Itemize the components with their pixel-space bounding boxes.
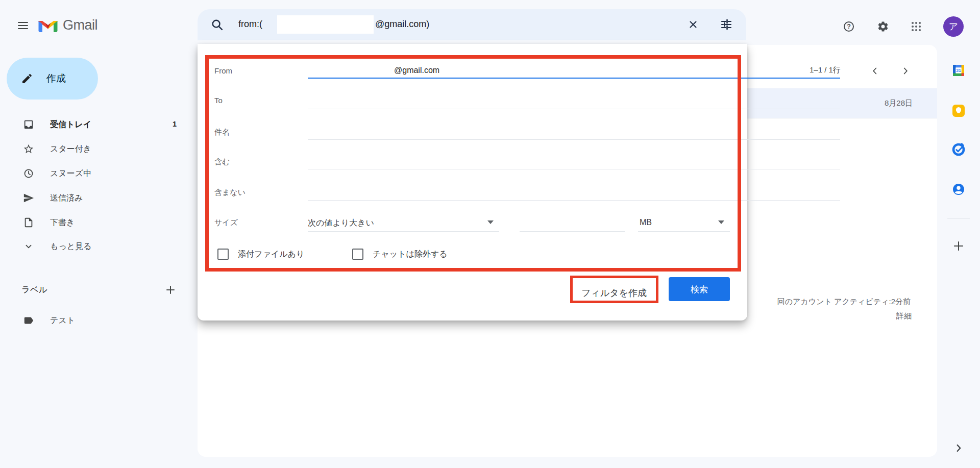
pagination-counter: 1–1 / 1行: [810, 65, 841, 75]
email-date: 8月28日: [885, 98, 913, 108]
clock-icon: [23, 168, 34, 179]
show-side-panel-button[interactable]: [952, 442, 965, 454]
filter-excludes-label: 含まない: [214, 188, 246, 198]
gmail-logo[interactable]: Gmail: [38, 17, 97, 33]
compose-button[interactable]: 作成: [7, 58, 98, 100]
search-bar[interactable]: from:( @gmail.com): [198, 9, 746, 40]
get-addons-button[interactable]: [951, 239, 966, 253]
svg-text:?: ?: [847, 23, 851, 30]
includes-input-underline[interactable]: [308, 169, 840, 169]
main-menu-button[interactable]: [11, 13, 35, 38]
sidebar-item-sent-label: 送信済み: [50, 193, 83, 204]
chevron-down-icon: [23, 241, 34, 252]
draft-icon: [23, 217, 34, 228]
close-icon: [688, 19, 699, 30]
from-input-underline[interactable]: [308, 78, 840, 79]
chevron-right-icon: [900, 65, 911, 77]
help-icon: ?: [843, 20, 855, 33]
filter-includes-label: 含む: [214, 157, 230, 167]
dock-divider: [947, 218, 970, 218]
newer-page-button[interactable]: [868, 64, 882, 78]
avatar-initial: ア: [949, 20, 958, 33]
sidebar-label-test-label: テスト: [50, 315, 75, 326]
google-keep-icon: [951, 104, 966, 118]
search-filter-panel: From To 件名 含む 含まない サイズ @gmail.com 次の値より大…: [198, 44, 747, 321]
search-query-suffix: @gmail.com): [375, 19, 429, 30]
gmail-m-icon: [38, 18, 58, 33]
create-label-button[interactable]: [161, 281, 180, 299]
gmail-logo-text: Gmail: [63, 17, 97, 33]
size-unit-dropdown[interactable]: MB: [640, 218, 652, 227]
search-query-prefix: from:(: [238, 19, 262, 30]
filter-size-label: サイズ: [214, 218, 238, 228]
search-submit-button[interactable]: 検索: [669, 277, 730, 301]
chevron-right-icon: [953, 442, 964, 454]
subject-input-underline[interactable]: [308, 139, 840, 140]
plus-icon: [952, 239, 965, 253]
older-page-button[interactable]: [898, 64, 913, 78]
size-unit-caret-icon[interactable]: [718, 220, 724, 224]
search-query-redaction-box: [277, 15, 374, 34]
support-button[interactable]: ?: [839, 16, 859, 37]
size-value-underline[interactable]: [520, 231, 625, 232]
google-apps-button[interactable]: [906, 16, 926, 37]
filter-from-label: From: [214, 66, 232, 75]
sidebar-item-starred-label: スター付き: [50, 144, 91, 155]
inbox-unread-count: 1: [164, 120, 177, 128]
create-filter-button[interactable]: フィルタを作成: [573, 285, 655, 300]
star-icon: [23, 143, 34, 155]
svg-text:31: 31: [956, 68, 961, 73]
sidebar-item-snoozed-label: スヌーズ中: [50, 168, 91, 179]
plus-icon: [164, 284, 177, 296]
sidebar-item-drafts-label: 下書き: [50, 217, 75, 228]
account-avatar[interactable]: ア: [943, 16, 964, 37]
google-tasks-icon: [951, 142, 966, 157]
settings-button[interactable]: [873, 16, 893, 37]
has-attachment-checkbox[interactable]: [217, 249, 229, 260]
exclude-chats-checkbox[interactable]: [352, 249, 363, 260]
tune-icon: [720, 18, 732, 31]
filter-subject-label: 件名: [214, 128, 230, 137]
search-options-button[interactable]: [716, 14, 737, 35]
google-calendar-icon: 31: [951, 63, 966, 78]
size-unit-underline: [638, 231, 730, 232]
gear-icon: [877, 20, 889, 33]
gmail-app: Gmail from:( @gmail.com) ?: [0, 0, 980, 468]
labels-section-header: ラベル: [21, 284, 47, 295]
tasks-panel-button[interactable]: [951, 142, 966, 157]
to-input-underline[interactable]: [308, 109, 840, 109]
exclude-chats-label: チャットは除外する: [373, 249, 448, 260]
send-icon: [23, 192, 34, 204]
compose-label: 作成: [46, 72, 66, 85]
search-icon[interactable]: [211, 18, 224, 31]
size-operator-caret-icon[interactable]: [487, 220, 494, 224]
size-operator-underline: [308, 231, 499, 232]
filter-to-label: To: [214, 96, 223, 105]
calendar-panel-button[interactable]: 31: [951, 63, 966, 78]
excludes-input-underline[interactable]: [308, 200, 840, 201]
pencil-icon: [21, 72, 33, 85]
account-activity-text: 回のアカウント アクティビティ:2分前: [777, 297, 911, 307]
activity-details-link[interactable]: 詳細: [896, 311, 912, 321]
google-contacts-icon: [951, 182, 966, 196]
sidebar-item-inbox-label: 受信トレイ: [50, 119, 91, 130]
keep-panel-button[interactable]: [951, 104, 966, 118]
sidebar-item-more-label: もっと見る: [50, 241, 92, 252]
label-tag-icon: [23, 315, 34, 326]
filter-from-value[interactable]: @gmail.com: [394, 66, 439, 75]
inbox-icon: [23, 119, 34, 130]
hamburger-icon: [17, 19, 29, 32]
apps-grid-icon: [910, 20, 922, 33]
clear-search-button[interactable]: [683, 14, 703, 35]
contacts-panel-button[interactable]: [951, 182, 966, 196]
size-operator-dropdown[interactable]: 次の値より大きい: [308, 218, 374, 229]
chevron-left-icon: [869, 65, 880, 77]
has-attachment-label: 添付ファイルあり: [238, 249, 304, 260]
